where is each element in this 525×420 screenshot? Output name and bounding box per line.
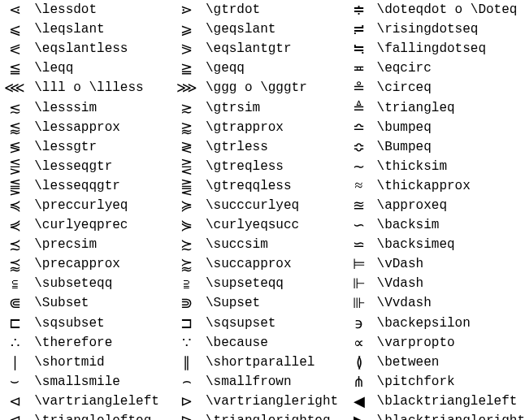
symbol-col2: ∵ <box>172 333 201 353</box>
command-col3: \Vvdash <box>372 293 525 313</box>
command-col1: \curlyeqprec <box>29 215 172 235</box>
table-row: ∣\shortmid∥\shortparallel≬\between <box>0 353 525 372</box>
table-row: ⪅\lessapprox⪆\gtrapprox≏\bumpeq <box>0 118 525 137</box>
symbol-col3: ⋍ <box>345 235 371 254</box>
symbol-col3: ≬ <box>345 353 371 372</box>
command-col3: \bumpeq <box>372 118 525 137</box>
command-col3: \backepsilon <box>372 314 525 333</box>
command-col2: \because <box>201 333 346 353</box>
symbol-col2: ⌢ <box>172 372 201 392</box>
symbol-col3: ⊪ <box>345 293 371 313</box>
table-row: ⌣\smallsmile⌢\smallfrown⋔\pitchfork <box>0 372 525 392</box>
command-col2: \gtrapprox <box>201 118 346 137</box>
command-col2: \gtrdot <box>201 0 346 19</box>
symbol-col2: ⪆ <box>172 118 201 137</box>
command-col2: \Supset <box>201 293 346 313</box>
command-col3: \fallingdotseq <box>372 39 525 58</box>
command-col3: \blacktriangleright <box>372 411 525 420</box>
command-col1: \lesssim <box>29 97 172 117</box>
command-col3: \blacktriangleleft <box>372 392 525 411</box>
symbol-col3: ≑ <box>345 0 371 19</box>
symbol-col3: ≏ <box>345 118 371 137</box>
command-col2: \sqsupset <box>201 314 346 333</box>
command-col2: \shortparallel <box>201 353 346 372</box>
command-col3: \thickapprox <box>372 176 525 196</box>
command-col1: \sqsubset <box>29 314 172 333</box>
command-col2: \eqslantgtr <box>201 39 346 58</box>
command-col1: \subseteqq <box>29 274 172 293</box>
symbol-col3: ≓ <box>345 19 371 39</box>
command-col3: \Bumpeq <box>372 137 525 157</box>
table-row: ⊏\sqsubset⊐\sqsupset϶\backepsilon <box>0 314 525 333</box>
table-row: ⋞\curlyeqprec⋟\curlyeqsucc∽\backsim <box>0 215 525 235</box>
symbol-col2: ⫆ <box>172 274 201 293</box>
symbol-col3: ∝ <box>345 333 371 353</box>
symbol-col1: ⪕ <box>0 39 29 58</box>
command-col1: \therefore <box>29 333 172 353</box>
symbol-col1: ⊲ <box>0 392 29 411</box>
symbol-col3: ≈ <box>345 176 371 196</box>
command-col1: \lessapprox <box>29 118 172 137</box>
symbol-col2: ⋑ <box>172 293 201 313</box>
command-col2: \succcurlyeq <box>201 196 346 215</box>
command-col2: \trianglerighteq <box>201 411 346 420</box>
symbol-col3: ⊨ <box>345 254 371 274</box>
symbol-col2: ∥ <box>172 353 201 372</box>
symbol-col2: ⪖ <box>172 39 201 58</box>
command-col3: \backsimeq <box>372 235 525 254</box>
symbol-col2: ⩾ <box>172 19 201 39</box>
symbol-col3: ⊩ <box>345 274 371 293</box>
command-col1: \leqslant <box>29 19 172 39</box>
symbol-col2: ⪸ <box>172 254 201 274</box>
latex-symbol-table: ⋖\lessdot⋗\gtrdot≑\doteqdot o \Doteq⩽\le… <box>0 0 525 420</box>
symbol-col2: ⊐ <box>172 314 201 333</box>
command-col1: \shortmid <box>29 353 172 372</box>
symbol-col1: ⩽ <box>0 19 29 39</box>
symbol-col1: ≼ <box>0 196 29 215</box>
table-row: ⊲\vartriangleleft⊳\vartriangleright◀\bla… <box>0 392 525 411</box>
symbol-col1: ≦ <box>0 58 29 78</box>
command-col2: \supseteqq <box>201 274 346 293</box>
command-col2: \geqq <box>201 58 346 78</box>
command-col1: \lesseqqgtr <box>29 176 172 196</box>
symbol-col3: ≊ <box>345 196 371 215</box>
command-col2: \gtreqqless <box>201 176 346 196</box>
symbol-col3: ▶ <box>345 411 371 420</box>
command-col2: \ggg o \gggtr <box>201 78 346 97</box>
command-col2: \gtrsim <box>201 97 346 117</box>
command-col3: \triangleq <box>372 97 525 117</box>
table-row: ⪷\precapprox⪸\succapprox⊨\vDash <box>0 254 525 274</box>
command-col1: \lll o \llless <box>29 78 172 97</box>
symbol-col2: ⋙ <box>172 78 201 97</box>
symbol-col1: ≲ <box>0 97 29 117</box>
command-col2: \succsim <box>201 235 346 254</box>
command-col3: \between <box>372 353 525 372</box>
symbol-col2: ⪌ <box>172 176 201 196</box>
symbol-col2: ≽ <box>172 196 201 215</box>
table-row: ⪕\eqslantless⪖\eqslantgtr≒\fallingdotseq <box>0 39 525 58</box>
table-row: ≾\precsim≿\succsim⋍\backsimeq <box>0 235 525 254</box>
symbol-col1: ⫅ <box>0 274 29 293</box>
command-col1: \precsim <box>29 235 172 254</box>
symbol-col1: ∴ <box>0 333 29 353</box>
symbol-col1: ⋚ <box>0 157 29 176</box>
symbol-col2: ≳ <box>172 97 201 117</box>
command-col3: \thicksim <box>372 157 525 176</box>
symbol-col1: ⌣ <box>0 372 29 392</box>
table-row: ≦\leqq≧\geqq≖\eqcirc <box>0 58 525 78</box>
symbol-col1: ⊴ <box>0 411 29 420</box>
symbol-col1: ≾ <box>0 235 29 254</box>
command-col3: \risingdotseq <box>372 19 525 39</box>
symbol-col2: ⊳ <box>172 392 201 411</box>
command-col2: \gtreqless <box>201 157 346 176</box>
symbol-col1: ⋐ <box>0 293 29 313</box>
command-col3: \varpropto <box>372 333 525 353</box>
table-row: ⫅\subseteqq⫆\supseteqq⊩\Vdash <box>0 274 525 293</box>
table-row: ⋐\Subset⋑\Supset⊪\Vvdash <box>0 293 525 313</box>
command-col1: \eqslantless <box>29 39 172 58</box>
symbol-col3: ≒ <box>345 39 371 58</box>
symbol-col1: ⪅ <box>0 118 29 137</box>
command-col1: \precapprox <box>29 254 172 274</box>
command-col1: \vartriangleleft <box>29 392 172 411</box>
symbol-col3: ≎ <box>345 137 371 157</box>
